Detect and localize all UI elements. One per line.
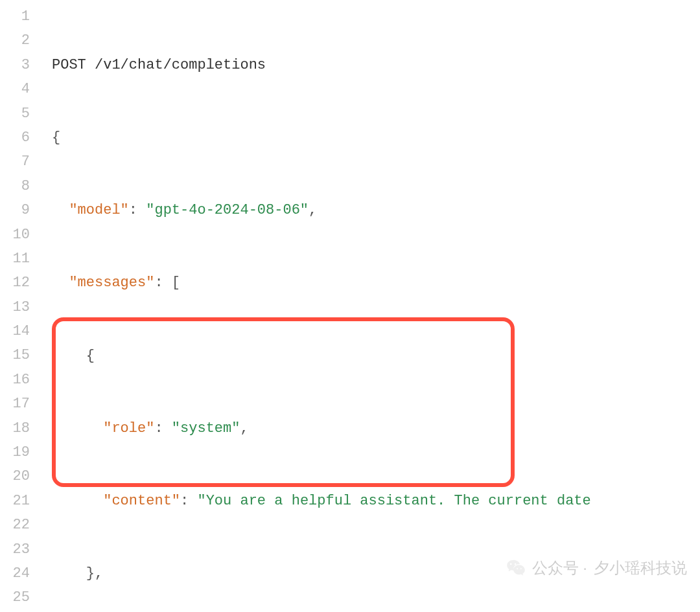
line-number: 7 xyxy=(0,150,39,174)
line-number: 22 xyxy=(0,513,39,537)
code-line: { xyxy=(52,344,700,368)
line-number: 5 xyxy=(0,102,39,126)
line-number: 21 xyxy=(0,489,39,513)
watermark-prefix: 公众号 · xyxy=(532,556,587,580)
request-line: POST /v1/chat/completions xyxy=(52,57,266,73)
line-number: 19 xyxy=(0,440,39,464)
line-number: 11 xyxy=(0,247,39,271)
code-line: "messages": [ xyxy=(52,271,700,295)
line-number: 4 xyxy=(0,77,39,101)
line-number: 6 xyxy=(0,126,39,150)
line-number: 13 xyxy=(0,295,39,319)
line-number: 23 xyxy=(0,538,39,561)
code-editor: 1234567891011121314151617181920212223242… xyxy=(0,0,700,612)
line-number: 1 xyxy=(0,5,39,28)
line-number: 2 xyxy=(0,28,39,52)
code-line: "role": "system", xyxy=(52,416,700,440)
line-number: 18 xyxy=(0,416,39,440)
watermark-name: 夕小瑶科技说 xyxy=(594,556,687,580)
line-number: 25 xyxy=(0,585,39,609)
line-number: 24 xyxy=(0,561,39,585)
line-number: 9 xyxy=(0,198,39,222)
line-number: 12 xyxy=(0,271,39,295)
line-gutter: 1234567891011121314151617181920212223242… xyxy=(0,0,39,612)
line-number: 14 xyxy=(0,319,39,343)
line-number: 3 xyxy=(0,53,39,77)
code-line: POST /v1/chat/completions xyxy=(52,53,700,77)
watermark: 公众号 · 夕小瑶科技说 xyxy=(506,556,687,580)
line-number: 8 xyxy=(0,174,39,198)
code-line: "content": "You are a helpful assistant.… xyxy=(52,489,700,513)
code-body: POST /v1/chat/completions { "model": "gp… xyxy=(39,0,700,612)
line-number: 10 xyxy=(0,223,39,247)
line-number: 20 xyxy=(0,464,39,488)
code-line: { xyxy=(52,126,700,150)
line-number: 16 xyxy=(0,368,39,392)
line-number: 17 xyxy=(0,392,39,416)
wechat-icon xyxy=(506,558,526,577)
line-number: 15 xyxy=(0,343,39,367)
code-line: "model": "gpt-4o-2024-08-06", xyxy=(52,198,700,222)
